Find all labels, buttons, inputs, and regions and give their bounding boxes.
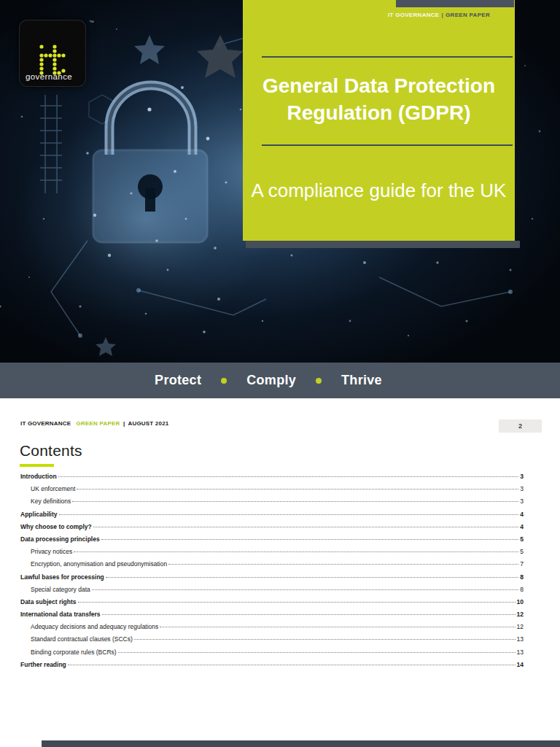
trademark-symbol: ™ — [89, 20, 94, 25]
toc-dotted-leader — [106, 577, 518, 578]
header-type: GREEN PAPER — [77, 420, 120, 427]
toc-dotted-leader — [68, 665, 516, 665]
toc-entry[interactable]: Why choose to comply?4 — [20, 521, 524, 533]
toc-dotted-leader — [102, 614, 516, 615]
kicker-type: GREEN PAPER — [446, 12, 490, 18]
toc-entry-label: Binding corporate rules (BCRs) — [31, 646, 117, 659]
toc-entry-page-number: 12 — [517, 608, 524, 621]
toc-entry-label: Why choose to comply? — [20, 521, 92, 533]
toc-entry[interactable]: Data processing principles5 — [20, 533, 524, 546]
toc-entry[interactable]: Key definitions3 — [20, 495, 524, 508]
toc-entry[interactable]: Data subject rights10 — [20, 596, 524, 608]
toc-entry-label: Encryption, anonymisation and pseudonymi… — [31, 558, 167, 570]
toc-entry[interactable]: Lawful bases for processing8 — [20, 571, 524, 584]
tagline-bar: Protect Comply Thrive — [0, 363, 560, 398]
panel-top-accent-bar — [396, 0, 514, 7]
tagline-dot-icon — [221, 378, 227, 384]
title-divider-top — [262, 56, 513, 58]
cover-subtitle: A compliance guide for the UK — [243, 179, 515, 202]
toc-entry-page-number: 8 — [520, 584, 524, 596]
toc-entry-label: Applicability — [20, 508, 58, 521]
cover-kicker: IT GOVERNANCE|GREEN PAPER — [388, 12, 490, 18]
page-header: IT GOVERNANCE GREEN PAPER | AUGUST 2021 — [20, 420, 168, 427]
toc-entry-page-number: 13 — [517, 633, 524, 646]
tagline-thrive: Thrive — [341, 373, 382, 388]
toc-entry[interactable]: Standard contractual clauses (SCCs)13 — [20, 633, 524, 646]
toc-entry-label: Lawful bases for processing — [20, 571, 104, 584]
toc-entry-label: Introduction — [20, 471, 57, 483]
toc-dotted-leader — [168, 564, 518, 565]
tagline-protect: Protect — [155, 373, 201, 388]
cover-page: ™ governance IT GOVERNANCE|GREEN PAPER G… — [0, 0, 560, 363]
toc-entry-page-number: 5 — [520, 533, 524, 546]
toc-entry[interactable]: Privacy notices5 — [20, 546, 524, 558]
tagline-comply: Comply — [246, 373, 296, 388]
toc-entry[interactable]: Introduction3 — [20, 471, 524, 483]
toc-dotted-leader — [59, 514, 519, 515]
toc-entry-label: Standard contractual clauses (SCCs) — [31, 633, 133, 646]
toc-dotted-leader — [93, 527, 519, 527]
tagline-dot-icon — [316, 378, 322, 384]
toc-entry-label: Key definitions — [31, 495, 71, 508]
toc-entry-page-number: 3 — [520, 495, 524, 508]
toc-entry-page-number: 14 — [517, 659, 524, 671]
toc-entry-label: Data processing principles — [20, 533, 100, 546]
toc-entry-label: UK enforcement — [31, 483, 75, 495]
toc-entry-page-number: 8 — [520, 571, 524, 584]
toc-entry[interactable]: Adequacy decisions and adequacy regulati… — [20, 621, 524, 633]
next-page-top-edge — [42, 740, 560, 747]
table-of-contents: Introduction3UK enforcement3Key definiti… — [20, 471, 524, 671]
toc-entry-label: Special category data — [31, 584, 90, 596]
toc-dotted-leader — [58, 476, 519, 477]
title-divider-bottom — [262, 144, 513, 146]
logo-governance-text: governance — [26, 72, 72, 81]
toc-entry[interactable]: Special category data8 — [20, 584, 524, 596]
toc-entry-label: International data transfers — [20, 608, 101, 621]
toc-dotted-leader — [78, 602, 516, 603]
kicker-separator: | — [440, 12, 446, 18]
page-number-badge: 2 — [499, 419, 542, 433]
it-governance-logo: ™ governance — [20, 20, 85, 86]
toc-entry[interactable]: Applicability4 — [20, 508, 524, 521]
cover-title: General Data Protection Regulation (GDPR… — [243, 72, 515, 126]
toc-entry[interactable]: Encryption, anonymisation and pseudonymi… — [20, 558, 524, 570]
toc-entry[interactable]: Binding corporate rules (BCRs)13 — [20, 646, 524, 659]
toc-dotted-leader — [118, 652, 516, 653]
toc-entry-label: Further reading — [20, 659, 66, 671]
toc-entry-page-number: 5 — [520, 546, 524, 558]
toc-entry-page-number: 13 — [517, 646, 524, 659]
toc-dotted-leader — [74, 551, 518, 552]
toc-entry-page-number: 3 — [520, 471, 524, 483]
toc-entry-page-number: 7 — [520, 558, 524, 570]
toc-entry-page-number: 10 — [517, 596, 524, 608]
toc-entry-page-number: 3 — [520, 483, 524, 495]
contents-heading-underline — [20, 464, 54, 467]
toc-entry-page-number: 4 — [520, 521, 524, 533]
toc-dotted-leader — [92, 589, 519, 590]
cover-title-line1: General Data Protection — [243, 72, 515, 99]
toc-entry[interactable]: UK enforcement3 — [20, 483, 524, 495]
toc-entry[interactable]: Further reading14 — [20, 659, 524, 671]
header-date: AUGUST 2021 — [128, 420, 168, 427]
contents-heading: Contents — [20, 442, 82, 460]
cover-title-panel: IT GOVERNANCE|GREEN PAPER General Data P… — [243, 0, 515, 241]
toc-entry-label: Adequacy decisions and adequacy regulati… — [31, 621, 158, 633]
toc-entry-label: Privacy notices — [31, 546, 72, 558]
toc-entry-page-number: 4 — [520, 508, 524, 521]
toc-entry-label: Data subject rights — [20, 596, 77, 608]
toc-dotted-leader — [72, 501, 518, 502]
header-separator: | — [122, 420, 126, 427]
toc-dotted-leader — [101, 539, 519, 540]
panel-drop-shadow — [246, 241, 520, 248]
toc-dotted-leader — [134, 639, 516, 640]
kicker-brand: IT GOVERNANCE — [388, 12, 440, 18]
cover-title-line2: Regulation (GDPR) — [243, 99, 515, 126]
toc-dotted-leader — [160, 627, 515, 627]
toc-dotted-leader — [77, 489, 518, 489]
contents-page: IT GOVERNANCE GREEN PAPER | AUGUST 2021 … — [0, 398, 560, 740]
header-brand: IT GOVERNANCE — [20, 420, 71, 427]
toc-entry[interactable]: International data transfers12 — [20, 608, 524, 621]
toc-entry-page-number: 12 — [517, 621, 524, 633]
